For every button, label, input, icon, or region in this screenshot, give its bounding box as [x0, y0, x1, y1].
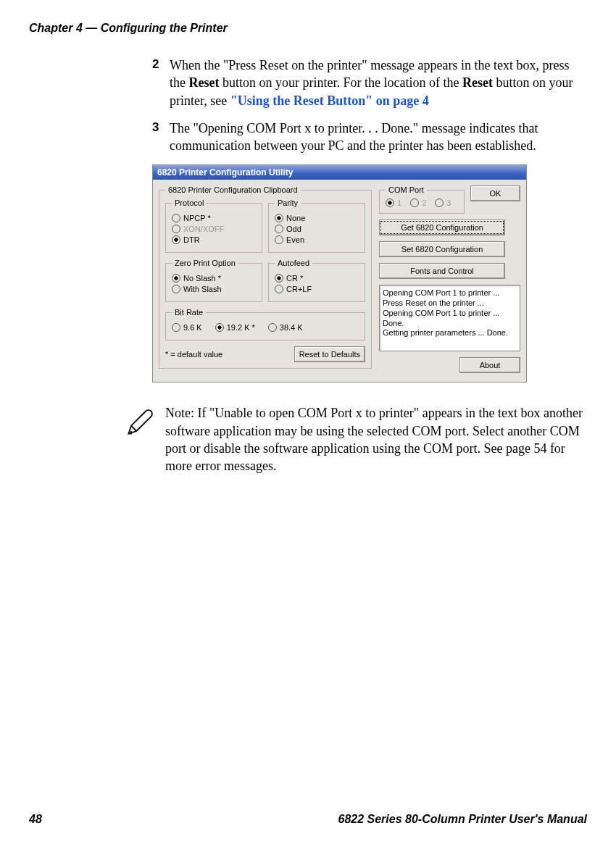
- radio-com1: 1: [386, 199, 401, 207]
- set-config-button[interactable]: Set 6820 Configuration: [379, 241, 505, 257]
- comport-legend: COM Port: [386, 185, 427, 194]
- radio-withslash[interactable]: With Slash: [172, 285, 256, 293]
- content-area: 2 When the "Press Reset on the printer" …: [152, 57, 587, 383]
- autofeed-legend: Autofeed: [275, 259, 312, 267]
- bold-reset: Reset: [462, 75, 493, 90]
- radio-noslash[interactable]: No Slash *: [172, 274, 256, 283]
- protocol-group: Protocol NPCP * XON/XOFF DTR: [165, 199, 262, 253]
- about-button[interactable]: About: [459, 357, 520, 373]
- comport-group: COM Port 1 2 3: [379, 185, 465, 214]
- radio-npcp[interactable]: NPCP *: [172, 214, 256, 222]
- note-text: Note: If "Unable to open COM Port x to p…: [165, 404, 587, 475]
- bitrate-legend: Bit Rate: [172, 308, 206, 317]
- fonts-control-button[interactable]: Fonts and Control: [379, 263, 505, 279]
- note-block: Note: If "Unable to open COM Port x to p…: [123, 404, 587, 475]
- radio-parity-odd[interactable]: Odd: [275, 225, 359, 233]
- clipboard-group: 6820 Printer Configuration Clipboard Pro…: [159, 185, 372, 369]
- step-body: When the "Press Reset on the printer" me…: [170, 57, 587, 109]
- radio-parity-even[interactable]: Even: [275, 235, 359, 244]
- radio-192k[interactable]: 19.2 K *: [215, 323, 255, 332]
- pencil-icon: [123, 404, 155, 475]
- step-2: 2 When the "Press Reset on the printer" …: [152, 57, 587, 109]
- ok-button[interactable]: OK: [470, 185, 520, 201]
- text: button on your printer. For the location…: [219, 75, 462, 90]
- step-number: 2: [152, 57, 170, 109]
- radio-cr[interactable]: CR *: [275, 274, 359, 283]
- clipboard-legend: 6820 Printer Configuration Clipboard: [165, 185, 301, 194]
- step-body: The "Opening COM Port x to printer. . . …: [170, 120, 587, 155]
- step-3: 3 The "Opening COM Port x to printer. . …: [152, 120, 587, 155]
- bitrate-group: Bit Rate 9.6 K 19.2 K * 38.4 K: [165, 308, 365, 340]
- radio-384k[interactable]: 38.4 K: [268, 323, 303, 332]
- zero-legend: Zero Print Option: [172, 259, 238, 267]
- parity-legend: Parity: [275, 199, 301, 207]
- bold-reset: Reset: [189, 75, 220, 90]
- default-note: * = default value: [165, 350, 222, 359]
- manual-title: 6822 Series 80-Column Printer User's Man…: [338, 813, 588, 826]
- radio-parity-none[interactable]: None: [275, 214, 359, 222]
- protocol-legend: Protocol: [172, 199, 207, 207]
- page-footer: 48 6822 Series 80-Column Printer User's …: [29, 813, 587, 826]
- autofeed-group: Autofeed CR * CR+LF: [268, 259, 365, 302]
- radio-96k[interactable]: 9.6 K: [172, 323, 202, 332]
- step-number: 3: [152, 120, 170, 155]
- dialog-titlebar: 6820 Printer Configuration Utility: [153, 165, 526, 180]
- radio-com3: 3: [435, 199, 451, 207]
- config-utility-dialog: 6820 Printer Configuration Utility 6820 …: [152, 164, 527, 383]
- parity-group: Parity None Odd Even: [268, 199, 365, 253]
- page-header: Chapter 4 — Configuring the Printer: [29, 22, 587, 35]
- radio-dtr[interactable]: DTR: [172, 235, 256, 244]
- radio-com2: 2: [410, 199, 426, 207]
- page-number: 48: [29, 813, 42, 826]
- zero-group: Zero Print Option No Slash * With Slash: [165, 259, 262, 302]
- message-textbox[interactable]: Opening COM Port 1 to printer ... Press …: [379, 285, 520, 351]
- radio-xonxoff: XON/XOFF: [172, 225, 256, 233]
- xref-link[interactable]: "Using the Reset Button" on page 4: [230, 93, 429, 108]
- reset-defaults-button[interactable]: Reset to Defaults: [294, 346, 365, 362]
- get-config-button[interactable]: Get 6820 Configuration: [379, 220, 505, 235]
- radio-crlf[interactable]: CR+LF: [275, 285, 359, 293]
